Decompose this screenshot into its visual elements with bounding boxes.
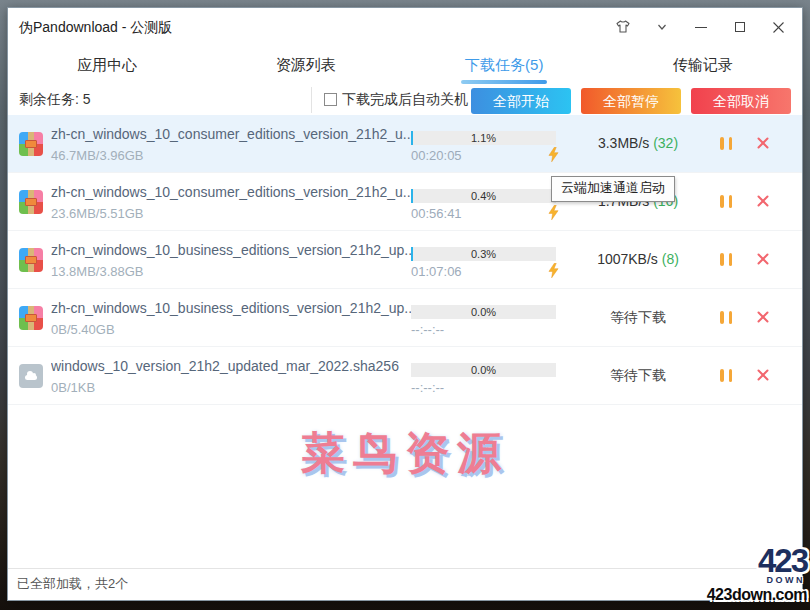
cancel-task-icon[interactable] — [756, 194, 770, 208]
acceleration-tooltip: 云端加速通道启动 — [551, 176, 675, 202]
tab-download-tasks[interactable]: 下载任务(5) — [405, 46, 604, 85]
pause-task-icon[interactable] — [720, 369, 732, 382]
auto-shutdown-checkbox[interactable] — [324, 93, 337, 106]
minimize-button[interactable] — [681, 8, 720, 46]
maximize-icon — [735, 22, 745, 32]
toolbar-divider — [311, 87, 312, 113]
auto-shutdown-label: 下载完成后自动关机 — [342, 91, 468, 109]
task-speed: 1007KB/s (8) — [563, 231, 713, 288]
task-size: 46.7MB/3.96GB — [51, 148, 144, 163]
cloud-file-icon — [19, 364, 43, 388]
minimize-icon — [695, 27, 707, 28]
task-filename: zh-cn_windows_10_consumer_editions_versi… — [51, 126, 411, 142]
tab-label: 传输记录 — [673, 56, 733, 73]
archive-file-icon — [19, 306, 43, 330]
tab-bar: 应用中心 资源列表 下载任务(5) 传输记录 — [8, 46, 802, 85]
speed-value: 3.3MB/s — [598, 135, 649, 151]
titlebar-controls — [603, 8, 798, 46]
progress-bar: 1.1% — [411, 131, 556, 145]
tab-label: 资源列表 — [276, 56, 336, 73]
start-all-button[interactable]: 全部开始 — [471, 88, 571, 114]
acceleration-bolt-icon — [548, 147, 559, 162]
window-title: 伪Pandownload - 公测版 — [19, 8, 172, 46]
tab-app-center[interactable]: 应用中心 — [8, 46, 207, 85]
site-logo-down: DOWN — [707, 576, 805, 585]
task-size: 23.6MB/5.51GB — [51, 206, 144, 221]
progress-percent: 0.3% — [411, 247, 556, 261]
pause-task-icon[interactable] — [720, 195, 732, 208]
progress-bar: 0.0% — [411, 305, 556, 319]
site-logo: 423 DOWN 423down.com — [707, 544, 807, 603]
pause-all-button[interactable]: 全部暂停 — [581, 88, 681, 114]
task-status: 等待下载 — [563, 347, 713, 404]
cancel-task-icon[interactable] — [756, 252, 770, 266]
task-row[interactable]: zh-cn_windows_10_business_editions_versi… — [8, 289, 802, 347]
theme-shirt-icon[interactable] — [603, 8, 642, 46]
progress-bar: 0.0% — [411, 363, 556, 377]
task-filename: windows_10_version_21h2_updated_mar_2022… — [51, 358, 411, 374]
task-size: 13.8MB/3.88GB — [51, 264, 144, 279]
tab-label: 下载任务(5) — [465, 56, 543, 73]
progress-percent: 0.0% — [411, 363, 556, 377]
acceleration-bolt-icon — [548, 263, 559, 278]
progress-percent: 1.1% — [411, 131, 556, 145]
pause-task-icon[interactable] — [720, 253, 732, 266]
task-time: 00:20:05 — [411, 148, 462, 163]
cancel-all-button[interactable]: 全部取消 — [691, 88, 791, 114]
task-toolbar: 剩余任务: 5 下载完成后自动关机 全部开始 全部暂停 全部取消 — [8, 85, 802, 116]
watermark-text: 菜鸟资源 — [8, 424, 802, 483]
thread-count: (8) — [662, 251, 679, 267]
remaining-tasks-label: 剩余任务: 5 — [19, 85, 91, 114]
titlebar[interactable]: 伪Pandownload - 公测版 — [8, 8, 802, 46]
task-time: --:--:-- — [411, 380, 444, 395]
status-text: 已全部加载，共2个 — [17, 569, 128, 599]
task-filename: zh-cn_windows_10_business_editions_versi… — [51, 242, 411, 258]
archive-file-icon — [19, 190, 43, 214]
cancel-task-icon[interactable] — [756, 310, 770, 324]
task-time: 01:07:06 — [411, 264, 462, 279]
chevron-down-icon[interactable] — [642, 8, 681, 46]
site-logo-number: 423 — [707, 544, 807, 577]
close-icon — [772, 21, 785, 34]
progress-bar: 0.4% — [411, 189, 556, 203]
close-button[interactable] — [759, 8, 798, 46]
task-time: 00:56:41 — [411, 206, 462, 221]
task-status: 等待下载 — [563, 289, 713, 346]
task-row[interactable]: zh-cn_windows_10_consumer_editions_versi… — [8, 173, 802, 231]
site-logo-url: 423down.com — [707, 587, 807, 603]
task-row[interactable]: zh-cn_windows_10_business_editions_versi… — [8, 231, 802, 289]
task-filename: zh-cn_windows_10_consumer_editions_versi… — [51, 184, 411, 200]
task-size: 0B/5.40GB — [51, 322, 115, 337]
speed-value: 1007KB/s — [597, 251, 658, 267]
task-row[interactable]: windows_10_version_21h2_updated_mar_2022… — [8, 347, 802, 405]
maximize-button[interactable] — [720, 8, 759, 46]
status-bar: 已全部加载，共2个 — [8, 568, 802, 600]
active-tab-underline — [461, 80, 547, 84]
progress-percent: 0.0% — [411, 305, 556, 319]
tab-resource-list[interactable]: 资源列表 — [207, 46, 406, 85]
archive-file-icon — [19, 132, 43, 156]
task-row[interactable]: zh-cn_windows_10_consumer_editions_versi… — [8, 115, 802, 173]
task-filename: zh-cn_windows_10_business_editions_versi… — [51, 300, 411, 316]
progress-bar: 0.3% — [411, 247, 556, 261]
acceleration-bolt-icon — [548, 205, 559, 220]
tab-transfer-history[interactable]: 传输记录 — [604, 46, 803, 85]
progress-percent: 0.4% — [411, 189, 556, 203]
task-list: zh-cn_windows_10_consumer_editions_versi… — [8, 115, 802, 405]
app-window: 伪Pandownload - 公测版 应用中心 资源列表 下载任务(5) 传输记… — [7, 7, 803, 601]
thread-count: (32) — [653, 135, 678, 151]
task-time: --:--:-- — [411, 322, 444, 337]
archive-file-icon — [19, 248, 43, 272]
pause-task-icon[interactable] — [720, 137, 732, 150]
tab-label: 应用中心 — [77, 56, 137, 73]
auto-shutdown-option[interactable]: 下载完成后自动关机 — [324, 85, 468, 114]
cancel-task-icon[interactable] — [756, 368, 770, 382]
task-size: 0B/1KB — [51, 380, 95, 395]
pause-task-icon[interactable] — [720, 311, 732, 324]
task-speed: 3.3MB/s (32) — [563, 115, 713, 172]
cancel-task-icon[interactable] — [756, 136, 770, 150]
